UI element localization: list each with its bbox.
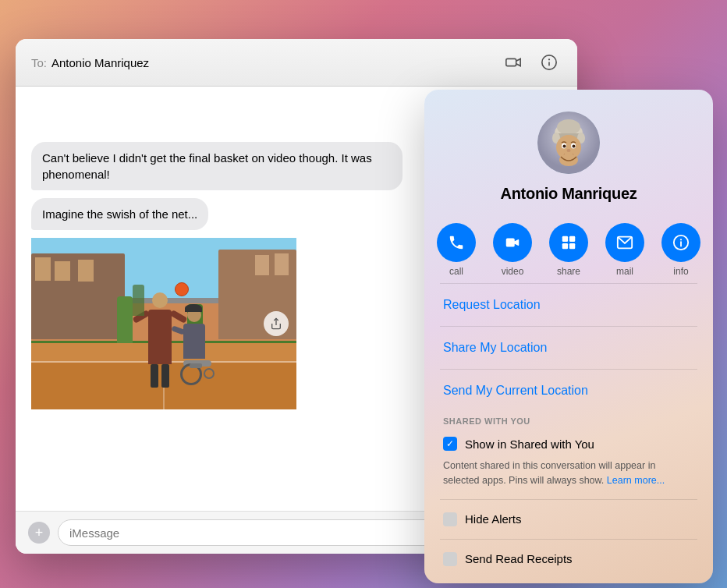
- call-button-item[interactable]: call: [437, 223, 476, 277]
- divider-3: [440, 369, 697, 370]
- info-button-circle: [661, 223, 700, 262]
- request-location-item[interactable]: Request Location: [424, 287, 713, 323]
- received-text-2: Imagine the swish of the net...: [42, 207, 197, 221]
- svg-point-17: [559, 154, 578, 166]
- show-in-shared-row[interactable]: ✓ Show in Shared with You: [424, 429, 713, 459]
- info-label: info: [673, 266, 688, 277]
- share-button-circle: [549, 223, 588, 262]
- hide-alerts-label: Hide Alerts: [465, 512, 522, 526]
- wheelchair-figure: [183, 324, 211, 367]
- info-panel: Antonio Manriquez call video: [424, 90, 713, 583]
- svg-point-24: [680, 239, 682, 240]
- show-in-shared-checkbox[interactable]: ✓: [443, 437, 457, 451]
- svg-rect-0: [506, 58, 516, 66]
- svg-point-15: [573, 145, 576, 148]
- call-label: call: [449, 266, 463, 277]
- info-button[interactable]: [537, 50, 562, 75]
- svg-rect-20: [562, 243, 568, 249]
- learn-more-link[interactable]: Learn more...: [607, 475, 665, 486]
- video-button-circle: [493, 223, 532, 262]
- hide-alerts-row[interactable]: Hide Alerts: [424, 503, 713, 536]
- action-buttons: call video share: [424, 215, 713, 280]
- contact-name-panel: Antonio Manriquez: [501, 185, 637, 203]
- received-bubble-2: Imagine the swish of the net...: [31, 198, 208, 230]
- divider-5: [440, 539, 697, 540]
- show-in-shared-label: Show in Shared with You: [465, 437, 594, 451]
- player-figure: [148, 310, 172, 364]
- hide-alerts-checkbox[interactable]: [443, 512, 457, 526]
- add-button[interactable]: +: [28, 522, 50, 544]
- mail-button-circle: [605, 223, 644, 262]
- svg-rect-19: [569, 236, 575, 242]
- contact-name-header: Antonio Manriquez: [51, 56, 149, 69]
- received-bubble-1: Can't believe I didn't get the final bas…: [31, 142, 403, 190]
- send-read-receipts-row[interactable]: Send Read Receipts: [424, 543, 713, 576]
- divider-4: [440, 499, 697, 500]
- basketball-image: [31, 238, 296, 409]
- svg-rect-18: [562, 236, 568, 242]
- window-header: To: Antonio Manriquez: [16, 39, 577, 87]
- shared-description: Content shared in this conversation will…: [424, 459, 713, 496]
- received-text-1: Can't believe I didn't get the final bas…: [42, 151, 372, 181]
- video-label: video: [502, 266, 524, 277]
- svg-point-16: [567, 149, 571, 152]
- mail-label: mail: [616, 266, 633, 277]
- header-actions: [501, 50, 562, 75]
- image-message-container: [31, 238, 296, 409]
- video-button-item[interactable]: video: [493, 223, 532, 277]
- call-button-circle: [437, 223, 476, 262]
- share-label: share: [557, 266, 580, 277]
- divider-1: [440, 283, 697, 284]
- mail-button-item[interactable]: mail: [605, 223, 644, 277]
- send-read-receipts-checkbox[interactable]: [443, 552, 457, 566]
- send-read-receipts-label: Send Read Receipts: [465, 552, 573, 565]
- svg-rect-21: [569, 243, 575, 249]
- share-image-button[interactable]: [264, 311, 289, 336]
- send-current-location-item[interactable]: Send My Current Location: [424, 373, 713, 409]
- svg-point-14: [563, 145, 566, 148]
- header-to: To: Antonio Manriquez: [31, 56, 149, 69]
- share-my-location-item[interactable]: Share My Location: [424, 330, 713, 366]
- divider-2: [440, 326, 697, 327]
- share-button-item[interactable]: share: [549, 223, 588, 277]
- svg-point-7: [557, 119, 580, 135]
- video-call-button[interactable]: [501, 50, 526, 75]
- avatar: [537, 112, 600, 174]
- avatar-section: Antonio Manriquez: [424, 90, 713, 215]
- info-button-item[interactable]: info: [661, 223, 700, 277]
- to-label: To:: [31, 56, 47, 69]
- shared-with-you-header: SHARED WITH YOU: [424, 409, 713, 429]
